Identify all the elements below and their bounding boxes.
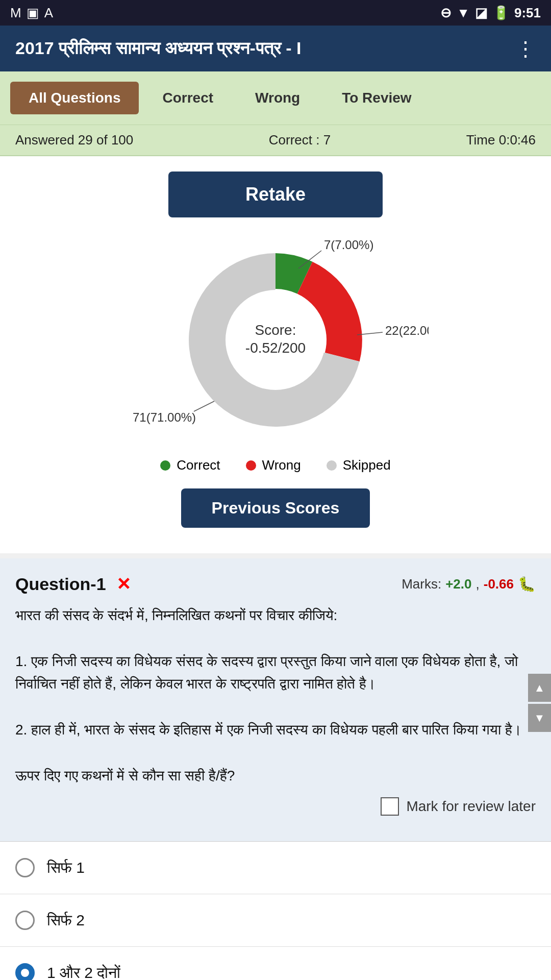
tab-bar: All Questions Correct Wrong To Review — [0, 71, 551, 125]
score-label: Score: — [255, 322, 296, 338]
question-intro: भारत की संसद के संदर्भ में, निम्नलिखित क… — [15, 604, 536, 627]
question-number: Question-1 — [15, 574, 106, 594]
chart-legend: Correct Wrong Skipped — [20, 457, 531, 473]
question-section: Question-1 ✕ Marks: +2.0 , -0.66 🐛 भारत … — [0, 558, 551, 841]
skipped-label: 71(71.00%) — [133, 410, 196, 424]
accessibility-icon: A — [44, 5, 53, 21]
more-vert-icon[interactable]: ⋮ — [515, 37, 536, 60]
question-header: Question-1 ✕ Marks: +2.0 , -0.66 🐛 — [15, 574, 536, 594]
answered-count: Answered 29 of 100 — [15, 132, 133, 148]
status-bar-right: ⊖ ▼ ◪ 🔋 9:51 — [440, 5, 541, 21]
wrong-mark-icon: ✕ — [116, 574, 131, 594]
marks-negative: -0.66 — [484, 576, 514, 592]
battery-icon: 🔋 — [493, 5, 509, 21]
status-bar-left: M ▣ A — [10, 5, 53, 21]
donut-svg: Score: -0.52/200 7(7.00%) 22(22.00%) 71(… — [122, 233, 429, 447]
question-stmt-2: 2. हाल ही में, भारत के संसद के इतिहास मे… — [15, 719, 536, 742]
question-text: भारत की संसद के संदर्भ में, निम्नलिखित क… — [15, 604, 536, 787]
gmail-icon: M — [10, 5, 21, 21]
skipped-dot — [327, 460, 337, 471]
question-stmt-1: 1. एक निजी सदस्य का विधेयक संसद के सदस्य… — [15, 650, 536, 696]
correct-label: 7(7.00%) — [324, 238, 373, 252]
time-display: Time 0:0:46 — [466, 132, 536, 148]
wrong-label: 22(22.00%) — [385, 324, 429, 337]
question-prompt: ऊपर दिए गए कथनों में से कौन सा सही है/है… — [15, 765, 536, 788]
option-2-radio[interactable] — [15, 911, 35, 930]
tab-wrong[interactable]: Wrong — [237, 82, 318, 114]
tab-to-review[interactable]: To Review — [323, 82, 430, 114]
do-not-disturb-icon: ⊖ — [440, 5, 452, 21]
wrong-legend-label: Wrong — [262, 457, 301, 473]
legend-skipped: Skipped — [327, 457, 391, 473]
tab-correct[interactable]: Correct — [144, 82, 232, 114]
option-2[interactable]: सिर्फ 2 — [0, 894, 551, 947]
review-row: Mark for review later — [15, 797, 536, 816]
marks-positive: +2.0 — [445, 576, 471, 592]
option-1[interactable]: सिर्फ 1 — [0, 842, 551, 894]
marks-info: Marks: +2.0 , -0.66 🐛 — [402, 576, 536, 593]
retake-button[interactable]: Retake — [168, 172, 383, 217]
bug-icon[interactable]: 🐛 — [518, 576, 536, 593]
review-checkbox[interactable] — [381, 797, 399, 816]
scroll-down-button[interactable]: ▼ — [528, 704, 551, 732]
option-3-text: 1 और 2 दोनों — [47, 964, 120, 980]
legend-correct: Correct — [160, 457, 220, 473]
option-1-text: सिर्फ 1 — [47, 859, 85, 877]
status-bar: M ▣ A ⊖ ▼ ◪ 🔋 9:51 — [0, 0, 551, 26]
marks-label: Marks: — [402, 576, 441, 592]
question-header-left: Question-1 ✕ — [15, 574, 131, 594]
tab-all-questions[interactable]: All Questions — [10, 82, 139, 114]
score-chart: Score: -0.52/200 7(7.00%) 22(22.00%) 71(… — [122, 233, 429, 447]
option-3-radio[interactable] — [15, 963, 35, 980]
signal-icon: ◪ — [475, 5, 488, 21]
photo-icon: ▣ — [27, 5, 39, 21]
option-1-radio[interactable] — [15, 858, 35, 877]
scroll-up-button[interactable]: ▲ — [528, 674, 551, 702]
option-3[interactable]: 1 और 2 दोनों — [0, 947, 551, 980]
correct-legend-label: Correct — [177, 457, 220, 473]
marks-separator: , — [476, 576, 480, 592]
correct-count: Correct : 7 — [269, 132, 331, 148]
review-label: Mark for review later — [406, 798, 536, 815]
legend-wrong: Wrong — [246, 457, 301, 473]
wrong-dot — [246, 460, 256, 471]
stats-bar: Answered 29 of 100 Correct : 7 Time 0:0:… — [0, 125, 551, 156]
score-value: -0.52/200 — [245, 340, 306, 356]
option-2-text: सिर्फ 2 — [47, 912, 85, 929]
svg-line-2 — [194, 401, 214, 411]
app-header: 2017 प्रीलिम्स सामान्य अध्ययन प्रश्न-पत्… — [0, 26, 551, 71]
scroll-controls: ▲ ▼ — [528, 674, 551, 732]
time-display: 9:51 — [514, 5, 541, 21]
page-title: 2017 प्रीलिम्स सामान्य अध्ययन प्रश्न-पत्… — [15, 38, 301, 59]
skipped-legend-label: Skipped — [343, 457, 391, 473]
main-content: Retake — [0, 156, 551, 553]
correct-dot — [160, 460, 170, 471]
wifi-icon: ▼ — [457, 5, 470, 21]
previous-scores-button[interactable]: Previous Scores — [181, 488, 370, 528]
